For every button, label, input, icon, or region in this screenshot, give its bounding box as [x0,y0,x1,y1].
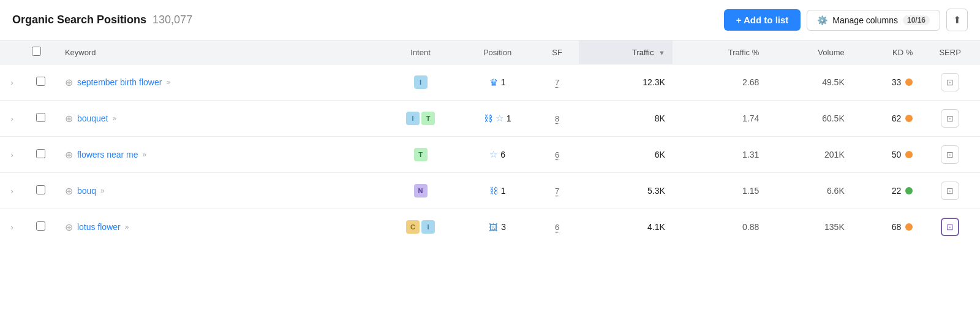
page-header: Organic Search Positions 130,077 + Add t… [0,0,980,40]
add-keyword-icon-0[interactable]: ⊕ [65,77,73,88]
data-table-wrap: Keyword Intent Position SF Traffic ▼ [0,40,980,245]
table-row: › ⊕ flowers near me » T ☆ 6 6 6K 1.31 20… [0,137,980,173]
serp-icon-0: ⊡ [946,77,954,87]
th-checkbox[interactable] [24,40,58,64]
position-cell-3: ⛓ 1 [459,173,536,209]
intent-cell-4: CI [382,209,459,245]
add-to-list-button[interactable]: + Add to list [724,9,801,31]
keyword-link-4[interactable]: lotus flower [77,222,121,232]
add-keyword-icon-3[interactable]: ⊕ [65,185,73,197]
intent-cell-1: IT [382,101,459,137]
serp-cell-2[interactable]: ⊡ [920,137,980,173]
row-checkbox-1[interactable] [36,113,45,122]
keyword-cell-1: ⊕ bouquet » [58,101,382,137]
row-expand-3[interactable]: › [0,173,24,209]
traffic-pct-cell-4: 0.88 [673,209,766,245]
manage-columns-button[interactable]: ⚙️ Manage columns 10/16 [807,10,940,31]
header-actions: + Add to list ⚙️ Manage columns 10/16 ⬆ [724,9,968,31]
kd-dot-4 [905,223,913,231]
row-checkbox-cell-1[interactable] [24,101,58,137]
serp-button-0[interactable]: ⊡ [941,73,959,91]
manage-columns-label: Manage columns [832,15,898,25]
sf-cell-3: 7 [536,173,579,209]
table-row: › ⊕ bouq » N ⛓ 1 7 5.3K 1.15 6.6K 22 [0,173,980,209]
serp-cell-3[interactable]: ⊡ [920,173,980,209]
traffic-cell-2: 6K [579,137,673,173]
kd-dot-3 [905,187,913,194]
keyword-cell-3: ⊕ bouq » [58,173,382,209]
th-intent: Intent [382,40,459,64]
kd-dot-1 [905,115,913,122]
chevron-right-icon: › [11,223,13,232]
sf-value-0: 7 [555,78,559,87]
sf-value-4: 6 [555,223,559,232]
add-keyword-icon-2[interactable]: ⊕ [65,149,73,161]
serp-icon-4: ⊡ [946,222,954,232]
th-keyword: Keyword [58,40,382,64]
kd-dot-2 [905,151,913,158]
add-keyword-icon-4[interactable]: ⊕ [65,221,73,233]
row-checkbox-0[interactable] [36,77,45,86]
keyword-link-1[interactable]: bouquet [77,113,108,123]
chevron-right-icon: › [11,150,13,159]
th-expand [0,40,24,64]
row-checkbox-cell-3[interactable] [24,173,58,209]
chevron-right-icon: › [11,78,13,87]
serp-cell-4[interactable]: ⊡ [920,209,980,245]
keyword-cell-4: ⊕ lotus flower » [58,209,382,245]
sf-cell-2: 6 [536,137,579,173]
position-cell-0: ♛ 1 [459,64,536,101]
position-cell-1: ⛓☆ 1 [459,101,536,137]
header-left: Organic Search Positions 130,077 [12,13,192,26]
intent-badge-I: I [421,220,435,234]
export-button[interactable]: ⬆ [946,9,968,31]
serp-button-1[interactable]: ⊡ [941,109,959,128]
keyword-cell-0: ⊕ september birth flower » [58,64,382,101]
serp-button-3[interactable]: ⊡ [941,182,959,200]
serp-button-2[interactable]: ⊡ [941,145,959,164]
row-expand-2[interactable]: › [0,137,24,173]
organic-positions-table: Keyword Intent Position SF Traffic ▼ [0,40,980,245]
intent-cell-3: N [382,173,459,209]
th-volume: Volume [766,40,851,64]
serp-cell-0[interactable]: ⊡ [920,64,980,101]
traffic-pct-cell-0: 2.68 [673,64,766,101]
row-checkbox-2[interactable] [36,149,45,158]
row-checkbox-3[interactable] [36,185,45,194]
intent-badge-C: C [406,220,420,234]
page-title: Organic Search Positions [12,13,146,26]
row-expand-0[interactable]: › [0,64,24,101]
keyword-arrows-icon-3: » [100,186,105,195]
keyword-cell-2: ⊕ flowers near me » [58,137,382,173]
serp-cell-1[interactable]: ⊡ [920,101,980,137]
th-serp: SERP [920,40,980,64]
serp-button-4[interactable]: ⊡ [941,218,959,236]
chevron-right-icon: › [11,186,13,196]
row-checkbox-cell-4[interactable] [24,209,58,245]
row-expand-4[interactable]: › [0,209,24,245]
intent-badge-I: I [406,112,420,125]
row-expand-1[interactable]: › [0,101,24,137]
traffic-cell-1: 8K [579,101,673,137]
intent-badge-N: N [414,184,428,198]
keyword-arrows-icon-4: » [125,223,129,231]
keyword-link-2[interactable]: flowers near me [77,150,138,159]
row-checkbox-4[interactable] [36,221,45,231]
position-cell-2: ☆ 6 [459,137,536,173]
row-checkbox-cell-2[interactable] [24,137,58,173]
add-keyword-icon-1[interactable]: ⊕ [65,113,73,125]
export-icon: ⬆ [953,14,961,26]
volume-cell-4: 135K [766,209,851,245]
th-traffic[interactable]: Traffic ▼ [579,40,673,64]
chevron-right-icon: › [11,114,13,123]
sf-cell-0: 7 [536,64,579,101]
keyword-link-0[interactable]: september birth flower [77,77,162,87]
kd-cell-4: 68 [852,209,921,245]
volume-cell-3: 6.6K [766,173,851,209]
table-row: › ⊕ september birth flower » I ♛ 1 7 12.… [0,64,980,101]
keyword-arrows-icon-0: » [166,78,170,86]
keyword-link-3[interactable]: bouq [77,186,96,196]
row-checkbox-cell-0[interactable] [24,64,58,101]
volume-cell-2: 201K [766,137,851,173]
select-all-checkbox[interactable] [32,47,41,56]
